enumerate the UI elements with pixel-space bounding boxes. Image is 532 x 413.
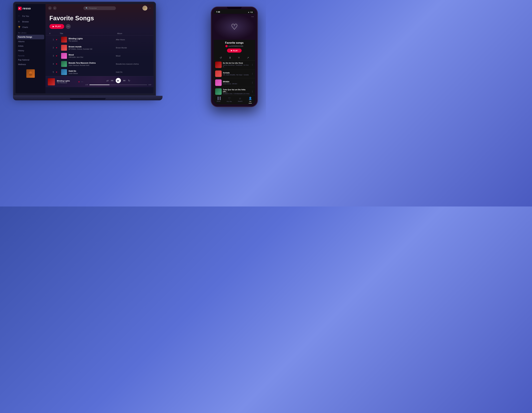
song-number: 5 — [51, 71, 56, 73]
phone-song-thumbnail — [215, 71, 222, 77]
table-row[interactable]: 3 ♥ Mood 24KGoldn, Iann Dior Mood — [47, 52, 152, 60]
next-button[interactable]: ⏭ — [123, 79, 126, 82]
phone-hero-image: ♡ ⋯ — [214, 14, 255, 40]
laptop-notch — [70, 98, 106, 100]
phone-play-label: PLAY — [233, 50, 238, 52]
phone-repeat-icon[interactable]: ↺ — [220, 56, 222, 59]
phone-nav-search-label: Search — [238, 101, 243, 102]
phone-username: user9455860241565 — [228, 45, 243, 47]
table-row[interactable]: 2 ♥ Brown munde AP Dhillon, Gminxr, Guri… — [47, 44, 152, 52]
phone-song-more-icon[interactable]: ⋮ — [251, 64, 254, 66]
favorite-icon[interactable]: ♥ — [56, 71, 61, 73]
sidebar-item-for-you[interactable]: ♡ For You — [15, 13, 46, 19]
phone-song-more-icon[interactable]: ⋮ — [251, 90, 254, 93]
phone-user: user9455860241565 — [216, 45, 253, 47]
search-input[interactable] — [89, 7, 114, 9]
my-library-label: My Library — [15, 30, 46, 35]
list-item[interactable]: BRABA Luísa Sonza · BRABA ⋮ — [214, 78, 255, 87]
more-options-button[interactable]: ⋯ — [66, 24, 71, 29]
song-info: Bewafa Tera Masoom Chehra Jubin Nautiyal… — [61, 61, 116, 67]
phone-play-icon: ▶ — [231, 49, 232, 52]
phone-song-info: BRABA Luísa Sonza · BRABA — [223, 81, 250, 85]
back-button[interactable]: ‹ — [48, 6, 52, 10]
play-button[interactable]: ▶ PLAY — [49, 24, 64, 29]
song-number: 3 — [51, 55, 56, 57]
phone-song-meta: Gusttavo Lima · O Embaixador (Ao Vivo) — [223, 93, 250, 94]
repeat-button[interactable]: ↻ — [128, 79, 130, 82]
phone-more-button[interactable]: ⋯ — [251, 15, 254, 18]
phone-song-meta: Luísa Sonza · BRABA — [223, 83, 250, 85]
progress-track[interactable] — [89, 85, 147, 85]
user-menu-icon[interactable]: ⋯ — [149, 7, 151, 9]
favorite-icon[interactable]: ♥ — [56, 63, 61, 65]
phone-download-icon[interactable]: ⬇ — [229, 56, 231, 59]
total-time: 3:07 — [148, 84, 151, 86]
player-artist: The Weekend — [57, 82, 76, 84]
phone-nav-search[interactable]: ⌕ Search — [238, 97, 243, 103]
phone-nav-music[interactable]: ▐▐ Music — [217, 97, 221, 103]
phone-nav-me[interactable]: 👤 Me — [248, 97, 252, 103]
favorite-icon[interactable]: ♥ — [56, 55, 61, 57]
sidebar-wellness[interactable]: Wellness — [15, 62, 46, 67]
search-bar[interactable]: 🔍 — [83, 6, 116, 10]
phone-song-info: Surtada Olk, Dadá Boladão, Tati Zaqui · … — [223, 72, 250, 76]
progress-bar: 1:05 3:07 — [85, 84, 151, 86]
phone-playlist-info: Favorite songs user9455860241565 ▶ PLAY — [214, 40, 255, 55]
table-row[interactable]: 5 ♥ Hold On Justin Bieber Hold On — [47, 68, 152, 76]
logo-text: resso — [23, 7, 31, 10]
phone-bezel: 7:49 ▲ ▾ ▮ ♡ ⋯ Favorite songs user945586… — [211, 7, 258, 107]
phone-song-more-icon[interactable]: ⋮ — [251, 81, 254, 84]
phone-filter-icon[interactable]: ≡ — [238, 56, 240, 59]
favorite-icon[interactable]: ♥ — [56, 38, 61, 41]
top-bar: ‹ › 🔍 ⋯ — [46, 4, 153, 12]
favorite-icon[interactable]: ♥ — [56, 46, 61, 49]
sidebar-item-browse[interactable]: ⊞ Browse — [15, 19, 46, 25]
shuffle-button[interactable]: ⇄ — [106, 79, 109, 82]
phone-nav-for-you[interactable]: ♡ For You — [227, 97, 232, 103]
player-more-icon[interactable]: ⋯ — [81, 81, 83, 83]
table-row[interactable]: 4 ♥ Bewafa Tera Masoom Chehra Jubin Naut… — [47, 60, 152, 68]
song-album: After Hours — [116, 39, 148, 41]
nav-arrows: ‹ › — [48, 6, 57, 10]
forward-button[interactable]: › — [53, 6, 57, 10]
song-list-header: # Title Album — [46, 31, 153, 36]
song-list: 1 ♥ Blinding Lights The weeknd After Hou… — [46, 36, 153, 76]
song-thumbnail — [61, 69, 67, 75]
sidebar-history[interactable]: History — [15, 48, 46, 53]
play-pause-button[interactable]: ▶ — [116, 78, 121, 83]
phone-search-icon: ⌕ — [239, 97, 241, 100]
prev-button[interactable]: ⏮ — [111, 79, 114, 82]
hero: Favorite Songs ▶ PLAY ⋯ — [46, 12, 153, 31]
list-item[interactable]: Tudo Que Vai um Dia Volta (Ao... Gusttav… — [214, 87, 255, 95]
sidebar-rap-national[interactable]: Rap National — [15, 58, 46, 62]
sidebar-item-charts[interactable]: 🏆 Charts — [15, 25, 46, 30]
song-album: Brown Munde — [116, 47, 148, 49]
player-title: Blinding Lights — [57, 80, 76, 82]
phone-song-more-icon[interactable]: ⋮ — [251, 73, 254, 75]
phone-screen: 7:49 ▲ ▾ ▮ ♡ ⋯ Favorite songs user945586… — [214, 9, 255, 104]
player-controls: ⇄ ⏮ ▶ ⏭ ↻ 1:05 3:07 — [85, 78, 151, 86]
list-item[interactable]: Eu Sei de Cor (Ao Vivo) Marília Mendonça… — [214, 60, 255, 69]
sidebar-thumbnail — [26, 69, 35, 78]
list-item[interactable]: Surtada Olk, Dadá Boladão, Tati Zaqui · … — [214, 69, 255, 78]
phone-notch — [227, 7, 242, 9]
sidebar-albums[interactable]: Albums — [15, 39, 46, 44]
sidebar-artists[interactable]: Artists — [15, 44, 46, 48]
song-info: Mood 24KGoldn, Iann Dior — [61, 53, 116, 59]
song-number: 1 — [51, 38, 56, 41]
table-row[interactable]: 1 ♥ Blinding Lights The weeknd After Hou… — [47, 36, 152, 44]
charts-icon: 🏆 — [18, 26, 21, 28]
song-title: Brown munde — [69, 46, 92, 48]
song-title: Hold On — [69, 70, 78, 72]
phone-song-info: Tudo Que Vai um Dia Volta (Ao... Gusttav… — [223, 89, 250, 94]
phone-song-list: Eu Sei de Cor (Ao Vivo) Marília Mendonça… — [214, 60, 255, 95]
browse-icon: ⊞ — [18, 20, 21, 23]
sidebar-favorite-songs[interactable]: Favorite Songs — [17, 35, 44, 39]
phone-play-button[interactable]: ▶ PLAY — [227, 48, 241, 53]
status-icons: ▲ ▾ ▮ — [248, 11, 253, 13]
wifi-icon: ▾ — [250, 11, 251, 13]
phone-song-thumbnail — [215, 79, 222, 86]
phone-share-icon[interactable]: ↗ — [247, 56, 249, 59]
player-heart-icon[interactable]: ♥ — [78, 81, 80, 83]
phone-song-meta: Marília Mendonça · Realidade - Ao Vivo E… — [223, 64, 250, 67]
